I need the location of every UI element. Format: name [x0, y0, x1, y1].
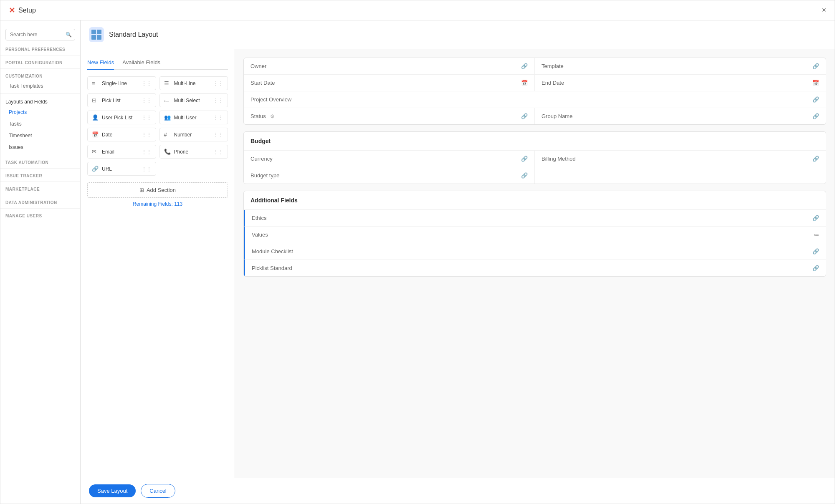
new-fields-grid: ≡ Single-Line ⋮⋮ ☰ Multi-Line ⋮⋮ ⊟ Pick …: [87, 76, 228, 176]
sidebar-item-timesheet[interactable]: Timesheet: [0, 130, 80, 141]
phone-icon: 📞: [164, 149, 171, 155]
link-icon: 🔗: [521, 172, 528, 179]
gear-icon: ⚙: [270, 113, 275, 119]
field-item-label: Single-Line: [102, 81, 138, 86]
field-label-currency: Currency: [250, 156, 273, 162]
add-section-button[interactable]: ⊞ Add Section: [87, 182, 228, 198]
date-icon: 📅: [92, 131, 99, 138]
fields-row: Status ⚙ 🔗 Group Name 🔗: [244, 108, 826, 124]
field-item-single-line[interactable]: ≡ Single-Line ⋮⋮: [87, 76, 156, 90]
link-icon: 🔗: [521, 113, 528, 119]
field-cell-status: Status ⚙ 🔗: [244, 108, 535, 124]
sidebar-item-issues[interactable]: Issues: [0, 141, 80, 153]
drag-handle-icon: ⋮⋮: [142, 115, 152, 121]
fields-row: Project Overview 🔗: [244, 91, 826, 108]
app-logo-icon: ✕: [9, 6, 15, 15]
tab-new-fields[interactable]: New Fields: [87, 56, 114, 70]
field-label-group-name: Group Name: [541, 113, 572, 119]
field-item-url[interactable]: 🔗 URL ⋮⋮: [87, 162, 156, 176]
sidebar-section-issue-tracker: ISSUE TRACKER: [0, 170, 80, 180]
field-item-number[interactable]: # Number ⋮⋮: [159, 128, 228, 141]
field-cell-owner: Owner 🔗: [244, 58, 535, 74]
field-label-values: Values: [252, 232, 268, 238]
app-header: ✕ Setup: [9, 6, 36, 15]
field-item-label: Pick List: [102, 98, 138, 103]
additional-fields-section-header: Additional Fields: [244, 191, 826, 210]
field-item-label: User Pick List: [102, 115, 138, 121]
field-cell-currency: Currency 🔗: [244, 151, 535, 167]
field-item-user-pick-list[interactable]: 👤 User Pick List ⋮⋮: [87, 111, 156, 124]
field-item-label: Phone: [174, 149, 210, 155]
field-label-module-checklist: Module Checklist: [252, 248, 293, 255]
cancel-button[interactable]: Cancel: [141, 484, 175, 498]
sidebar-section-data-admin: DATA ADMINISTRATION: [0, 197, 80, 207]
field-cell-project-overview: Project Overview 🔗: [244, 91, 826, 108]
fields-row: Owner 🔗 Template 🔗: [244, 58, 826, 75]
multi-line-icon: ☰: [164, 80, 171, 86]
remaining-fields-label[interactable]: Remaining Fields: 113: [87, 201, 228, 207]
field-cell-empty: [535, 167, 826, 184]
save-layout-button[interactable]: Save Layout: [89, 484, 136, 497]
field-label-end-date: End Date: [541, 80, 564, 86]
field-label-billing-method: Billing Method: [541, 156, 576, 162]
search-icon: 🔍: [66, 32, 72, 38]
field-item-label: Multi User: [174, 115, 210, 121]
sidebar-section-customization: CUSTOMIZATION: [0, 71, 80, 80]
field-label-start-date: Start Date: [250, 80, 275, 86]
field-item-label: Multi Select: [174, 98, 210, 103]
pick-list-icon: ⊟: [92, 97, 99, 103]
sidebar-section-portal-config: PORTAL CONFIGURATION: [0, 57, 80, 67]
link-icon: 🔗: [812, 215, 819, 221]
drag-handle-icon: ⋮⋮: [213, 115, 223, 121]
drag-handle-icon: ⋮⋮: [213, 149, 223, 155]
link-icon: 🔗: [812, 96, 819, 103]
search-box: 🔍: [0, 25, 80, 44]
drag-handle-icon: ⋮⋮: [142, 98, 152, 103]
drag-handle-icon: ⋮⋮: [142, 132, 152, 138]
drag-handle-icon: ⋮⋮: [142, 149, 152, 155]
field-label-picklist-standard: Picklist Standard: [252, 265, 292, 271]
number-icon: #: [164, 131, 171, 138]
field-label-template: Template: [541, 63, 564, 69]
field-item-label: Email: [102, 149, 138, 155]
field-item-pick-list[interactable]: ⊟ Pick List ⋮⋮: [87, 93, 156, 107]
sidebar-section-layouts: Layouts and Fields: [0, 96, 80, 106]
field-item-phone[interactable]: 📞 Phone ⋮⋮: [159, 145, 228, 159]
list-icon: ≔: [814, 232, 819, 238]
field-item-date[interactable]: 📅 Date ⋮⋮: [87, 128, 156, 141]
field-item-multi-user[interactable]: 👥 Multi User ⋮⋮: [159, 111, 228, 124]
link-icon: 🔗: [812, 63, 819, 69]
sidebar-section-marketplace: MARKETPLACE: [0, 184, 80, 193]
search-input[interactable]: [5, 29, 75, 40]
sidebar-section-manage-users: MANAGE USERS: [0, 210, 80, 220]
fields-panel: New Fields Available Fields ≡ Single-Lin…: [81, 49, 235, 478]
sidebar-item-projects[interactable]: Projects: [0, 106, 80, 118]
email-icon: ✉: [92, 149, 99, 155]
multi-select-icon: ≔: [164, 97, 171, 103]
drag-handle-icon: ⋮⋮: [142, 166, 152, 172]
field-item-multi-line[interactable]: ☰ Multi-Line ⋮⋮: [159, 76, 228, 90]
field-tabs: New Fields Available Fields: [87, 56, 228, 70]
additional-field-picklist-standard: Picklist Standard 🔗: [244, 260, 826, 276]
field-item-label: Date: [102, 132, 138, 138]
app-title: Setup: [18, 7, 36, 14]
link-icon: 🔗: [521, 63, 528, 69]
field-item-multi-select[interactable]: ≔ Multi Select ⋮⋮: [159, 93, 228, 107]
field-cell-group-name: Group Name 🔗: [535, 108, 826, 124]
page-header: Standard Layout: [81, 20, 835, 49]
sidebar-item-task-templates[interactable]: Task Templates: [0, 80, 80, 92]
page-title: Standard Layout: [109, 31, 158, 38]
field-cell-start-date: Start Date 📅: [244, 75, 535, 91]
field-item-email[interactable]: ✉ Email ⋮⋮: [87, 145, 156, 159]
link-icon: 🔗: [812, 265, 819, 271]
tab-available-fields[interactable]: Available Fields: [122, 56, 160, 70]
user-pick-list-icon: 👤: [92, 114, 99, 121]
field-cell-end-date: End Date 📅: [535, 75, 826, 91]
fields-row: Budget type 🔗: [244, 167, 826, 184]
field-cell-budget-type: Budget type 🔗: [244, 167, 535, 184]
field-label-project-overview: Project Overview: [250, 96, 291, 103]
header-close-button[interactable]: ×: [822, 6, 826, 15]
multi-user-icon: 👥: [164, 114, 171, 121]
sidebar-item-tasks[interactable]: Tasks: [0, 118, 80, 130]
field-item-label: URL: [102, 166, 138, 172]
